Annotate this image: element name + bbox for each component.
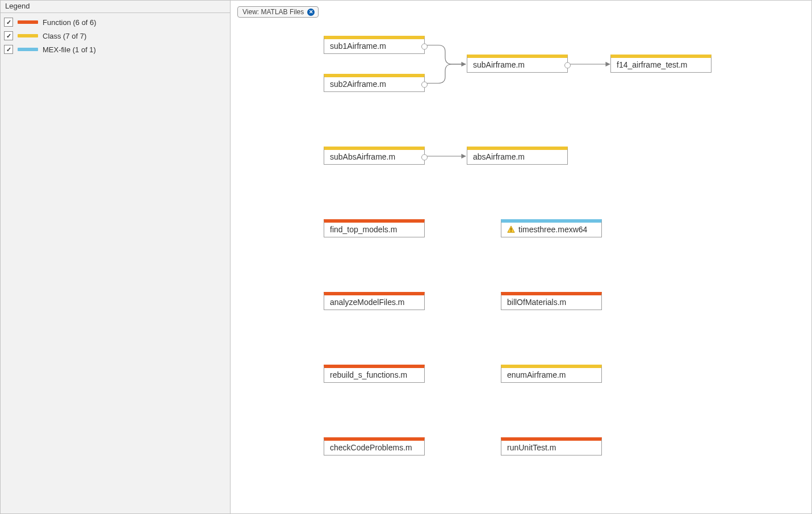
node-rununittest[interactable]: runUnitTest.m (501, 437, 602, 456)
node-timesthree[interactable]: timesthree.mexw64 (501, 219, 602, 237)
node-label: subAirframe.m (473, 60, 525, 69)
node-label: rebuild_s_functions.m (330, 370, 407, 379)
node-sub2airframe[interactable]: sub2Airframe.m (324, 74, 425, 92)
swatch-blue (18, 48, 38, 51)
node-sub1airframe[interactable]: sub1Airframe.m (324, 36, 425, 54)
output-port[interactable] (421, 43, 428, 49)
node-label: find_top_models.m (330, 225, 397, 234)
legend-title: Legend (1, 1, 230, 13)
node-checkcodeproblems[interactable]: checkCodeProblems.m (324, 437, 425, 456)
node-enumairframe[interactable]: enumAirframe.m (501, 365, 602, 383)
node-find-top-models[interactable]: find_top_models.m (324, 219, 425, 237)
node-label: checkCodeProblems.m (330, 443, 412, 452)
legend-item-mex[interactable]: MEX-file (1 of 1) (4, 43, 227, 56)
output-port[interactable] (421, 81, 428, 87)
swatch-yellow (18, 34, 38, 37)
edges-layer (231, 1, 811, 513)
node-f14-airframe-test[interactable]: f14_airframe_test.m (610, 55, 711, 73)
view-filter-chip[interactable]: View: MATLAB Files ✕ (237, 6, 319, 18)
legend-item-function[interactable]: Function (6 of 6) (4, 15, 227, 29)
node-rebuild-s-functions[interactable]: rebuild_s_functions.m (324, 365, 425, 383)
node-label: billOfMaterials.m (507, 298, 566, 307)
node-label: absAirframe.m (473, 152, 525, 161)
node-label: subAbsAirframe.m (330, 152, 395, 161)
node-label: sub2Airframe.m (330, 80, 386, 89)
svg-rect-0 (510, 228, 511, 230)
node-absairframe[interactable]: absAirframe.m (467, 147, 568, 165)
legend-label: Class (7 of 7) (43, 32, 86, 40)
checkbox-icon[interactable] (4, 31, 13, 40)
node-billofmaterials[interactable]: billOfMaterials.m (501, 292, 602, 310)
node-label: runUnitTest.m (507, 443, 556, 452)
legend-list: Function (6 of 6) Class (7 of 7) MEX-fil… (1, 13, 230, 58)
svg-rect-1 (510, 231, 511, 232)
node-subairframe[interactable]: subAirframe.m (467, 55, 568, 73)
output-port[interactable] (421, 154, 428, 160)
checkbox-icon[interactable] (4, 45, 13, 54)
view-filter-label: View: MATLAB Files (242, 8, 304, 16)
node-label: f14_airframe_test.m (617, 60, 688, 69)
legend-item-class[interactable]: Class (7 of 7) (4, 29, 227, 43)
node-label: sub1Airframe.m (330, 41, 386, 51)
output-port[interactable] (564, 62, 571, 68)
node-analyzemodelfiles[interactable]: analyzeModelFiles.m (324, 292, 425, 310)
legend-label: MEX-file (1 of 1) (43, 45, 96, 54)
dependency-canvas[interactable]: View: MATLAB Files ✕ sub1Airframe.m (231, 1, 811, 513)
legend-label: Function (6 of 6) (43, 18, 97, 27)
app-root: Legend Function (6 of 6) Class (7 of 7) … (0, 0, 812, 514)
node-label: enumAirframe.m (507, 370, 566, 379)
swatch-orange (18, 20, 38, 24)
node-label: timesthree.mexw64 (518, 225, 587, 234)
close-icon[interactable]: ✕ (307, 9, 315, 16)
checkbox-icon[interactable] (4, 18, 13, 27)
node-label: analyzeModelFiles.m (330, 298, 405, 307)
warning-icon (507, 225, 515, 233)
legend-panel: Legend Function (6 of 6) Class (7 of 7) … (1, 1, 231, 513)
node-subabsairframe[interactable]: subAbsAirframe.m (324, 147, 425, 165)
